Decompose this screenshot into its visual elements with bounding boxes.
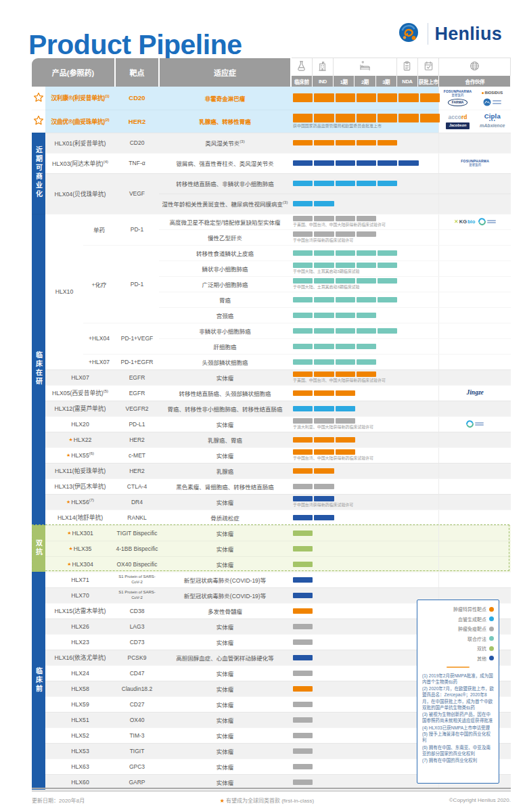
first-in-class-star-icon: ★ [69,437,73,442]
phase-bar [293,297,438,302]
footnote-item: (1) 2019年2月获NMPA批准，成为国内首个生物类似药 [422,673,495,685]
product-name: HLX51 [45,712,115,727]
pipeline-row: +HLX07PD-1+EGFR头颈部鳞状细胞癌 [32,354,511,369]
target-cell: TNF-α [115,153,159,173]
indication-text: 转移性食道鳞状上皮癌 [159,245,291,261]
legend-item: 双抗 [422,645,494,652]
indication-text: 实体瘤 [159,665,291,681]
footer-divider [32,788,511,792]
legend-label: 其他 [477,655,486,662]
approved-star-icon [33,115,44,126]
indication-text: 高度微卫星不稳定型/错配修复缺陷型实体瘤 [159,214,291,229]
partner-cell [439,229,511,245]
page-title: Product Pipeline [28,29,242,61]
partner-cell: FOSUNPHARMA复星医药BIOSIDUSFARMA [439,87,511,110]
phase-bar-cell: 于美国、中国台湾、中国大陆获得新药临床试验许可 [291,214,439,229]
footnote-item: (3) 被视为生物创新药产品，因在中国参照药尚未就相关适应症获得批准 [422,711,495,723]
legend-dot-icon [489,646,494,651]
partner-logo-accord: accord [449,114,467,120]
indication-text: 鳞状非小细胞肺癌 [159,261,291,276]
blue-swirl-logo-icon [478,218,486,225]
product-name: HLX07 [45,369,115,385]
partner-logo-jingze: Jingze [466,390,483,397]
target-cell: VEGF [115,173,159,214]
phase-bar-cell: 于美国、中国台湾、中国大陆获得新药临床试验许可 [291,369,439,385]
target-name: CD20 [129,94,145,102]
target-cell: HER2 [115,432,159,447]
indication-text: 实体瘤 [159,541,291,556]
phase-bar [293,181,438,186]
target-cell: CD27 [115,696,159,712]
pipeline-row: HLX20PD-L1实体瘤于澳大利亚、中国大陆获得新药临床试验许可 [32,416,511,432]
pipeline-row: HLX05(西妥昔单抗)(5)EGFR转移性结直肠癌、头颈部鳞状细胞癌Jingz… [32,385,511,401]
target-name: PCSK9 [128,654,147,661]
partner-cell: Jingze [439,385,511,401]
pipeline-row: HLX03(阿达木单抗)(4)TNF-α银屑病、强直性脊柱炎、类风湿关节炎FOS… [32,153,511,173]
combo-label: 单药 [83,214,115,245]
indication-text: 实体瘤 [159,696,291,712]
product-name: HLX58 [45,681,115,696]
phase-bar-cell [291,541,439,556]
phase-bar-cell [291,87,439,110]
phase-label: IND [312,76,333,87]
indication-text: 实体瘤 [159,759,291,774]
calendar-check-icon [423,60,434,72]
product-name: HLX23 [45,634,115,650]
phase-bar-cell [291,432,439,447]
section-label: 双抗 [34,539,44,557]
indication-text: 乳腺癌、胃癌 [159,432,291,447]
phase-bar [293,468,438,474]
phase-bar [293,515,438,520]
target-cell: HER2 [115,110,159,133]
target-name: GARP [129,779,145,786]
target-name: EGFR [129,390,145,397]
indication-text: 实体瘤 [159,727,291,743]
bar-note: 于美国、中国台湾、中国大陆获得新药临床试验许可 [293,378,417,383]
product-name: ★HLX55(6) [45,447,115,463]
legend-dot-icon [489,616,494,621]
product-name: HLX12(雷莫芦单抗) [45,401,115,416]
pipeline-row: +化疗PD-1转移性食道鳞状上皮癌 [32,245,511,261]
target-name: PD-1 [131,281,143,288]
first-in-class-star-icon: ★ [67,562,71,566]
partner-cell [439,401,511,416]
phase-label: 2期 [355,76,375,87]
phase-label: NDA [396,76,417,87]
phase-bar [293,484,438,489]
partner-logo-mark [483,98,501,106]
phase-bar-cell [291,572,439,587]
partner-logo-mabxience: mAbxience [480,123,505,128]
partner-cell [439,494,511,510]
legend-item: 血管生成靶点 [422,616,494,623]
target-cell: OX40 [115,712,159,727]
page: { "page": {"title": "Product Pipeline", … [0,0,525,812]
combo-label: +化疗 [83,245,115,323]
phase-bar [293,216,438,221]
phase-bar-cell [291,292,439,307]
target-cell: PD-1 [115,214,159,245]
section-strip-preclinical: 临床前 [32,572,45,790]
section-strip-clinical: 临床在研 [32,214,45,525]
phase-bar-cell: 获中国国家药品监督管理局和欧盟委员会批准上市 [291,110,439,133]
company-logo: Henlius [397,20,502,47]
target-cell: CD38 [115,603,159,618]
partner-cell [439,478,511,494]
partner-logo-biosidus: BIOSIDUS [482,91,503,95]
product-name: HLX01(利妥昔单抗) [45,133,115,153]
target-cell: VEGFR2 [115,401,159,416]
indication-text: 肝细胞癌 [159,338,291,354]
indication-text: 黑色素瘤、肾细胞癌、转移性结直肠癌 [159,478,291,494]
legend-item: 其他 [422,655,494,662]
product-name: HLX71 [45,572,115,587]
target-cell: CD47 [115,665,159,681]
product-name: ★HLX304 [45,556,115,572]
indication-text: 实体瘤 [159,681,291,696]
legend-dot-icon [489,656,494,660]
pipeline-row: HLX12(雷莫芦单抗)VEGFR2胃癌、转移性非小细胞肺癌、转移性结直肠癌 [32,401,511,416]
target-name: DR4 [131,499,143,505]
indication-text: 实体瘤 [159,525,291,541]
product-name: ★HLX56(7) [45,494,115,510]
phase-label: 1期 [334,76,355,87]
phase-bar [293,406,438,411]
section-strip-bispecific: 双抗 [32,525,45,572]
